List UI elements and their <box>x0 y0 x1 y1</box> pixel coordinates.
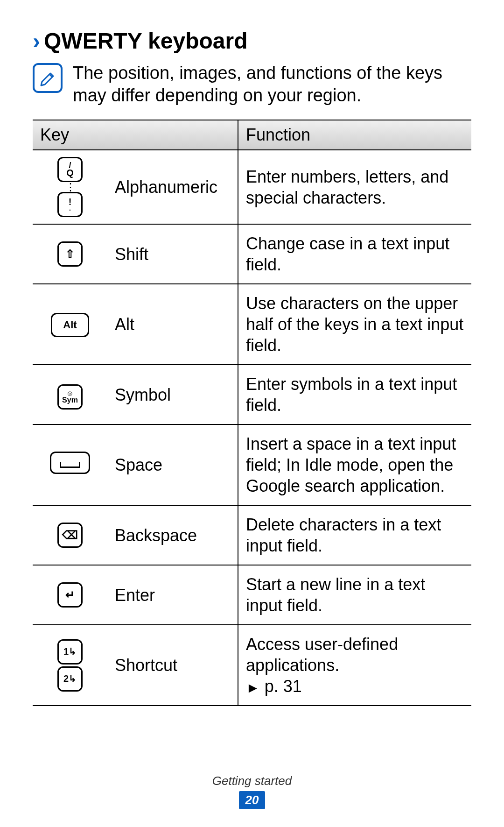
table-row: Space Insert a space in a text input fie… <box>33 424 471 505</box>
alphanumeric-key-icon: /Q ⋮ !. <box>33 150 107 224</box>
page-number: 20 <box>239 791 266 809</box>
shift-key-icon: ⇧ <box>33 224 107 284</box>
section-title: QWERTY keyboard <box>44 28 248 54</box>
table-row: /Q ⋮ !. Alphanumeric Enter numbers, lett… <box>33 150 471 224</box>
section-heading: › QWERTY keyboard <box>33 28 471 54</box>
key-function-table: Key Function /Q ⋮ !. Alphanumeric Enter … <box>33 120 471 706</box>
page: › QWERTY keyboard The position, images, … <box>0 0 504 827</box>
key-name: Enter <box>107 565 238 625</box>
header-key: Key <box>33 120 238 150</box>
table-row: ⇧ Shift Change case in a text input fiel… <box>33 224 471 284</box>
table-row: 1↳ 2↳ Shortcut Access user-defined appli… <box>33 625 471 706</box>
backspace-key-icon: ⌫ <box>33 505 107 565</box>
note-icon <box>33 63 63 93</box>
key-name: Symbol <box>107 365 238 424</box>
key-function: Change case in a text input field. <box>238 224 471 284</box>
key-name: Shortcut <box>107 625 238 706</box>
shortcut-key-icon: 1↳ 2↳ <box>33 625 107 706</box>
key-function: Delete characters in a text input field. <box>238 505 471 565</box>
space-key-icon <box>33 424 107 505</box>
header-function: Function <box>238 120 471 150</box>
table-row: ↵ Enter Start a new line in a text input… <box>33 565 471 625</box>
footer: Getting started 20 <box>0 774 504 809</box>
page-reference: ► p. 31 <box>246 676 302 697</box>
symbol-key-icon: ☺Sym <box>33 365 107 424</box>
key-name: Space <box>107 424 238 505</box>
note-text: The position, images, and functions of t… <box>73 62 471 106</box>
key-function: Access user-defined applications. ► p. 3… <box>238 625 471 706</box>
table-row: ⌫ Backspace Delete characters in a text … <box>33 505 471 565</box>
alt-key-icon: Alt <box>33 284 107 365</box>
key-name: Shift <box>107 224 238 284</box>
key-function: Use characters on the upper half of the … <box>238 284 471 365</box>
note-row: The position, images, and functions of t… <box>33 62 471 106</box>
table-row: ☺Sym Symbol Enter symbols in a text inpu… <box>33 365 471 424</box>
key-name: Alt <box>107 284 238 365</box>
table-header: Key Function <box>33 120 471 150</box>
chevron-icon: › <box>33 28 40 54</box>
enter-key-icon: ↵ <box>33 565 107 625</box>
key-function: Enter symbols in a text input field. <box>238 365 471 424</box>
key-function: Start a new line in a text input field. <box>238 565 471 625</box>
key-name: Alphanumeric <box>107 150 238 224</box>
footer-section: Getting started <box>0 774 504 788</box>
table-row: Alt Alt Use characters on the upper half… <box>33 284 471 365</box>
key-name: Backspace <box>107 505 238 565</box>
key-function: Enter numbers, letters, and special char… <box>238 150 471 224</box>
key-function: Insert a space in a text input field; In… <box>238 424 471 505</box>
